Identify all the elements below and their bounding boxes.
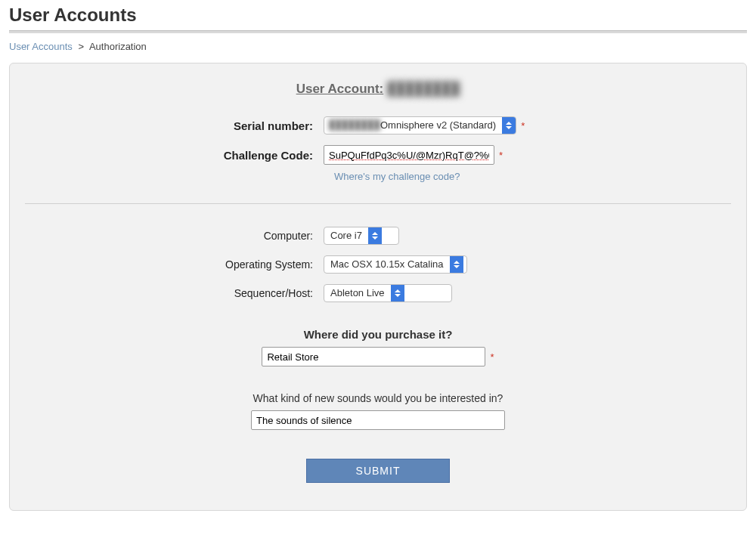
sequencer-host-label: Sequencer/Host: <box>25 287 324 299</box>
serial-number-select[interactable]: ████████ Omnisphere v2 (Standard) <box>324 116 516 135</box>
operating-system-value: Mac OSX 10.15x Catalina <box>324 256 450 273</box>
computer-value: Core i7 <box>324 227 368 244</box>
serial-number-masked-prefix: ████████ <box>324 117 377 134</box>
purchase-block: Where did you purchase it? * <box>25 328 731 366</box>
page-title: User Accounts <box>9 5 747 26</box>
sounds-input[interactable] <box>251 410 505 430</box>
select-arrows-icon <box>450 256 463 273</box>
purchase-label: Where did you purchase it? <box>25 328 731 341</box>
computer-select[interactable]: Core i7 <box>324 227 399 245</box>
user-account-label: User Account: <box>296 82 384 96</box>
authorization-panel: User Account: ████████ Serial number: ██… <box>9 63 747 511</box>
challenge-code-label: Challenge Code: <box>25 149 324 162</box>
challenge-code-input[interactable] <box>324 145 494 165</box>
title-rule <box>9 30 747 33</box>
row-operating-system: Operating System: Mac OSX 10.15x Catalin… <box>25 255 731 274</box>
serial-number-label: Serial number: <box>25 119 324 132</box>
required-marker: * <box>490 351 494 363</box>
select-arrows-icon <box>391 285 404 302</box>
breadcrumb-sep: > <box>78 41 84 52</box>
breadcrumb-root-link[interactable]: User Accounts <box>9 41 73 52</box>
serial-number-value: Omnisphere v2 (Standard) <box>377 117 502 134</box>
sounds-block: What kind of new sounds would you be int… <box>25 392 731 430</box>
select-arrows-icon <box>368 227 382 244</box>
select-arrows-icon <box>502 117 516 134</box>
required-marker: * <box>521 120 525 131</box>
sequencer-host-select[interactable]: Ableton Live <box>324 284 452 302</box>
sequencer-host-value: Ableton Live <box>324 285 391 302</box>
breadcrumb-current: Authorization <box>89 41 147 52</box>
sounds-label: What kind of new sounds would you be int… <box>25 392 731 404</box>
row-challenge-code: Challenge Code: * <box>25 145 731 165</box>
user-account-line: User Account: ████████ <box>25 82 731 97</box>
row-sequencer-host: Sequencer/Host: Ableton Live <box>25 284 731 302</box>
purchase-input[interactable] <box>262 347 485 366</box>
row-serial-number: Serial number: ████████ Omnisphere v2 (S… <box>25 116 731 135</box>
operating-system-label: Operating System: <box>25 258 324 271</box>
section-divider <box>25 203 731 204</box>
submit-button[interactable]: SUBMIT <box>306 459 450 483</box>
operating-system-select[interactable]: Mac OSX 10.15x Catalina <box>324 255 467 274</box>
computer-label: Computer: <box>25 230 324 242</box>
challenge-code-help-link[interactable]: Where's my challenge code? <box>334 171 731 182</box>
user-account-name-masked: ████████ <box>387 82 460 97</box>
breadcrumb: User Accounts > Authorization <box>9 41 747 52</box>
row-computer: Computer: Core i7 <box>25 227 731 245</box>
required-marker: * <box>499 150 503 161</box>
